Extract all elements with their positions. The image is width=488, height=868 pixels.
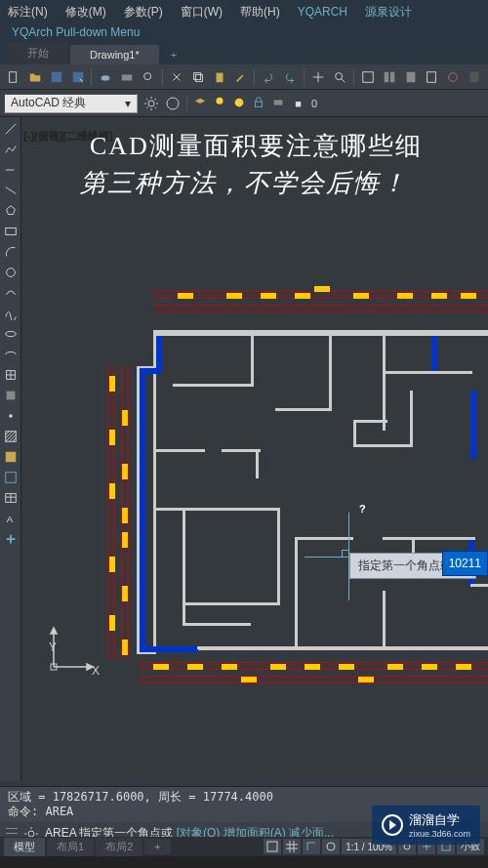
- open-icon[interactable]: [25, 67, 45, 87]
- svg-point-35: [28, 831, 34, 837]
- polyline-icon[interactable]: [1, 140, 20, 159]
- tab-model[interactable]: 模型: [4, 838, 45, 856]
- properties-icon[interactable]: [358, 67, 378, 87]
- ortho-icon[interactable]: [303, 839, 320, 854]
- redo-icon[interactable]: [280, 67, 300, 87]
- svg-rect-23: [6, 228, 17, 235]
- markup-icon[interactable]: [443, 67, 463, 87]
- new-icon[interactable]: [4, 67, 23, 87]
- menu-item[interactable]: 修改(M): [65, 4, 106, 21]
- svg-point-24: [7, 269, 16, 277]
- svg-rect-1: [51, 71, 61, 82]
- spline-icon[interactable]: [1, 304, 20, 323]
- plot-icon[interactable]: [117, 67, 137, 87]
- menu-item[interactable]: 源泉设计: [365, 4, 412, 21]
- circle-icon[interactable]: [1, 263, 20, 282]
- svg-point-19: [217, 97, 224, 103]
- svg-rect-13: [406, 71, 415, 82]
- tab-add[interactable]: +: [161, 45, 186, 64]
- xline-icon[interactable]: [1, 181, 20, 200]
- menu-item[interactable]: YQARCH: [298, 5, 347, 19]
- pan-icon[interactable]: [308, 67, 328, 87]
- gear-icon[interactable]: [143, 96, 159, 111]
- dynamic-input-value[interactable]: 10211: [442, 551, 488, 576]
- polar-icon[interactable]: [322, 839, 340, 854]
- block-icon[interactable]: [1, 386, 20, 405]
- snap-icon[interactable]: [264, 839, 281, 854]
- matchprop-icon[interactable]: [231, 67, 251, 87]
- svg-point-3: [102, 75, 110, 80]
- workspace-dropdown[interactable]: AutoCAD 经典 ▾: [4, 94, 138, 113]
- layer-name[interactable]: 0: [311, 98, 317, 109]
- svg-rect-22: [274, 100, 283, 104]
- svg-rect-27: [7, 392, 16, 400]
- arc-icon[interactable]: [1, 242, 20, 262]
- drawing-canvas[interactable]: [-][俯视][二维线框] CAD测量面积要注意哪些细 第三种方法，不学会后悔！: [21, 117, 488, 781]
- layer-manager-icon[interactable]: [193, 96, 207, 111]
- menu-bar: 标注(N) 修改(M) 参数(P) 窗口(W) 帮助(H) YQARCH 源泉设…: [0, 0, 488, 23]
- zoom-icon[interactable]: [330, 67, 349, 87]
- main-toolbar: [0, 64, 488, 90]
- svg-rect-30: [6, 452, 17, 463]
- svg-rect-16: [470, 71, 479, 82]
- freeze-icon[interactable]: [232, 96, 246, 111]
- ellipsearc-icon[interactable]: [1, 345, 20, 364]
- menu-item[interactable]: 参数(P): [124, 4, 163, 21]
- designcenter-icon[interactable]: [380, 67, 399, 87]
- svg-rect-10: [363, 71, 374, 82]
- mtext-icon[interactable]: A: [1, 509, 20, 528]
- svg-rect-0: [10, 71, 17, 82]
- layer-color-swatch[interactable]: ■: [291, 98, 305, 109]
- cut-icon[interactable]: [167, 67, 186, 87]
- undo-icon[interactable]: [259, 67, 278, 87]
- hatch-icon[interactable]: [1, 427, 20, 446]
- overlay-title-1: CAD测量面积要注意哪些细: [90, 129, 423, 163]
- gradient-icon[interactable]: [1, 447, 20, 467]
- calc-icon[interactable]: [465, 67, 484, 87]
- svg-point-25: [6, 331, 17, 336]
- copy-icon[interactable]: [188, 67, 208, 87]
- sheet-icon[interactable]: [422, 67, 441, 87]
- ray-icon[interactable]: [1, 160, 20, 180]
- svg-rect-31: [6, 473, 17, 483]
- menu-item[interactable]: 帮助(H): [240, 4, 280, 21]
- tab-add-layout[interactable]: +: [144, 839, 170, 854]
- rectangle-icon[interactable]: [1, 222, 20, 241]
- bulb-icon[interactable]: [213, 96, 226, 111]
- insert-icon[interactable]: [1, 365, 20, 385]
- tab-layout1[interactable]: 布局1: [47, 838, 94, 856]
- plot-layer-icon[interactable]: [271, 96, 285, 111]
- cloud-icon[interactable]: [96, 67, 115, 87]
- svg-rect-36: [267, 842, 277, 851]
- toolpalette-icon[interactable]: [401, 67, 421, 87]
- line-icon[interactable]: [1, 119, 20, 139]
- overlay-title-2: 第三种方法，不学会后悔！: [80, 166, 408, 200]
- paste-icon[interactable]: [210, 67, 229, 87]
- revcloud-icon[interactable]: [1, 283, 20, 303]
- grid-icon[interactable]: [283, 839, 301, 854]
- pulldown-menu[interactable]: YQArch Pull-down Menu: [0, 23, 488, 41]
- workspace-icon[interactable]: [165, 96, 181, 111]
- ucs-icon: Y X: [49, 623, 98, 674]
- tab-drawing[interactable]: Drawing1*: [70, 45, 159, 64]
- svg-rect-11: [384, 71, 387, 82]
- save-icon[interactable]: [47, 67, 66, 87]
- addselect-icon[interactable]: [1, 529, 20, 549]
- tab-layout2[interactable]: 布局2: [96, 838, 142, 856]
- svg-rect-21: [256, 102, 263, 106]
- preview-icon[interactable]: [139, 67, 158, 87]
- menu-item[interactable]: 标注(N): [8, 4, 48, 21]
- region-icon[interactable]: [1, 468, 20, 487]
- lock-icon[interactable]: [252, 96, 265, 111]
- polygon-icon[interactable]: [1, 201, 20, 221]
- play-icon: [382, 814, 403, 836]
- cursor-badge: ?: [359, 503, 366, 515]
- tab-start[interactable]: 开始: [8, 42, 68, 64]
- point-icon[interactable]: [1, 406, 20, 426]
- saveas-icon[interactable]: [68, 67, 88, 87]
- svg-point-20: [235, 98, 244, 106]
- svg-point-5: [144, 72, 151, 79]
- table-icon[interactable]: [1, 488, 20, 508]
- ellipse-icon[interactable]: [1, 324, 20, 344]
- menu-item[interactable]: 窗口(W): [181, 4, 223, 21]
